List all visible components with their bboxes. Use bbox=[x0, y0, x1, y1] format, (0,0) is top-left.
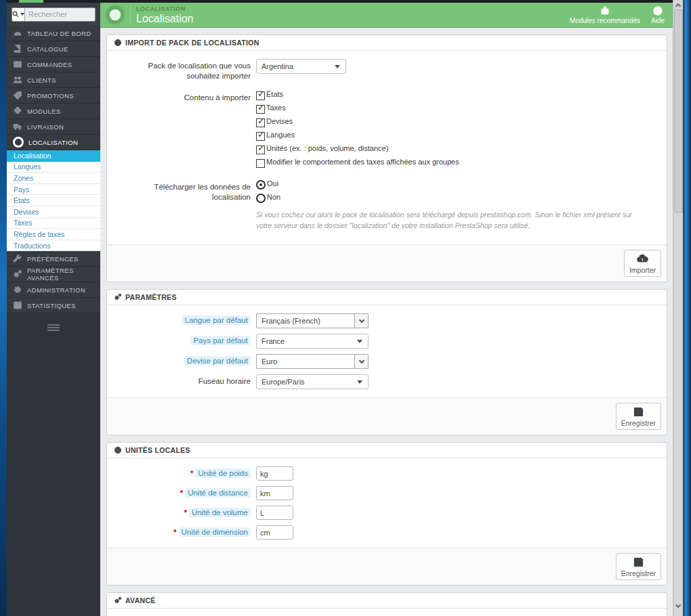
desktop-background-left bbox=[0, 0, 7, 616]
sidebar-item-modules[interactable]: MODULES bbox=[7, 104, 100, 119]
menu-collapse-icon[interactable] bbox=[47, 324, 60, 332]
submenu-item-zones[interactable]: Zones bbox=[7, 173, 100, 184]
gears-icon bbox=[13, 269, 22, 279]
submenu-item-traductions[interactable]: Traductions bbox=[7, 240, 100, 252]
search-scope-button[interactable] bbox=[12, 8, 25, 21]
enregistrer-parametres-button[interactable]: Enregistrer bbox=[616, 403, 661, 430]
submenu-item-taxes[interactable]: Taxes bbox=[7, 218, 100, 229]
chevron-down-icon bbox=[357, 380, 362, 384]
sidebar-item-administration[interactable]: ADMINISTRATION bbox=[7, 282, 100, 298]
pack-select[interactable]: Argentina bbox=[256, 59, 346, 74]
cloud-upload-icon bbox=[637, 253, 648, 265]
scrollbar-thumb[interactable] bbox=[674, 9, 683, 213]
puzzle-icon bbox=[13, 106, 22, 116]
window-scrollbar[interactable] bbox=[673, 0, 683, 616]
checkbox-row: Devises bbox=[256, 118, 660, 127]
radio-non[interactable] bbox=[256, 194, 266, 203]
panel-unites-locales: UNITÉS LOCALES *Unité de poids *Unité de… bbox=[106, 442, 667, 586]
sidebar: TABLEAU DE BORD CATALOGUE COMMANDES CLIE… bbox=[7, 3, 100, 616]
screen: TABLEAU DE BORD CATALOGUE COMMANDES CLIE… bbox=[0, 0, 691, 616]
chevron-down-icon bbox=[354, 355, 368, 368]
gears-icon bbox=[114, 293, 122, 301]
checkbox-unites[interactable] bbox=[256, 146, 265, 154]
checkbox-devises[interactable] bbox=[256, 118, 265, 127]
checkbox-row: Langues bbox=[256, 131, 660, 141]
modules-recommandes-button[interactable]: Modules recommandés bbox=[570, 5, 640, 24]
panel-import-pack: IMPORT DE PACK DE LOCALISATION Pack de l… bbox=[106, 35, 667, 282]
truck-icon bbox=[13, 122, 22, 131]
save-icon bbox=[633, 556, 644, 568]
search-input[interactable] bbox=[25, 8, 96, 21]
pays-defaut-label: Pays par défaut bbox=[190, 336, 251, 345]
required-marker: * bbox=[180, 489, 183, 497]
sidebar-item-statistiques[interactable]: STATISTIQUES bbox=[7, 298, 100, 313]
langue-defaut-select[interactable]: Français (French) bbox=[256, 313, 369, 328]
importer-button[interactable]: Importer bbox=[624, 250, 661, 277]
sidebar-item-parametres-avances[interactable]: PARAMÈTRES AVANCÉS bbox=[7, 267, 100, 282]
sidebar-item-commandes[interactable]: COMMANDES bbox=[7, 57, 100, 72]
sidebar-item-livraison[interactable]: LIVRAISON bbox=[7, 119, 100, 135]
checkbox-comportement-taxes[interactable] bbox=[256, 159, 265, 168]
search-bar bbox=[7, 3, 100, 26]
tab-accent bbox=[19, 0, 43, 3]
download-label: Télécharger les données de localisation bbox=[114, 180, 256, 233]
panel-parametres: PARAMÈTRES Langue par défaut Français (F… bbox=[106, 289, 667, 435]
checkbox-row: Unités (ex. : poids, volume, distance) bbox=[256, 145, 660, 154]
sidebar-item-tableau-de-bord[interactable]: TABLEAU DE BORD bbox=[7, 26, 100, 41]
gear-icon bbox=[13, 285, 22, 294]
submenu-item-devises[interactable]: Devises bbox=[7, 206, 100, 218]
page-content: IMPORT DE PACK DE LOCALISATION Pack de l… bbox=[100, 28, 673, 616]
unite-volume-label: Unité de volume bbox=[189, 508, 251, 517]
devise-defaut-select[interactable]: Euro bbox=[256, 354, 369, 369]
checkbox-row: Taxes bbox=[256, 104, 660, 114]
admin-app: TABLEAU DE BORD CATALOGUE COMMANDES CLIE… bbox=[7, 0, 673, 616]
search-icon bbox=[12, 11, 19, 18]
submenu-item-etats[interactable]: États bbox=[7, 195, 100, 206]
radio-oui[interactable] bbox=[256, 180, 266, 190]
required-marker: * bbox=[173, 528, 176, 536]
required-marker: * bbox=[184, 508, 186, 516]
users-icon bbox=[13, 75, 22, 85]
panel-avance-header: AVANCÉ bbox=[107, 593, 667, 609]
submenu-item-localisation[interactable]: Localisation bbox=[7, 150, 100, 162]
pays-defaut-select[interactable]: France bbox=[256, 334, 369, 349]
scroll-up-icon[interactable] bbox=[676, 3, 681, 7]
chevron-down-icon bbox=[335, 65, 340, 68]
globe-icon bbox=[114, 446, 122, 454]
sidebar-item-promotions[interactable]: PROMOTIONS bbox=[7, 88, 100, 104]
book-icon bbox=[13, 44, 22, 53]
devise-defaut-label: Devise par défaut bbox=[184, 356, 251, 366]
chevron-down-icon bbox=[20, 13, 24, 16]
tag-icon bbox=[13, 91, 22, 100]
sidebar-item-localisation[interactable]: LOCALISATION bbox=[7, 135, 100, 150]
submenu-item-langues[interactable]: Langues bbox=[7, 162, 100, 173]
breadcrumb: LOCALISATION bbox=[136, 5, 194, 12]
submenu-item-regles-de-taxes[interactable]: Règles de taxes bbox=[7, 229, 100, 240]
gears-icon bbox=[114, 596, 122, 604]
unite-poids-label: Unité de poids bbox=[195, 468, 251, 478]
globe-icon bbox=[106, 5, 125, 24]
unite-volume-input[interactable] bbox=[256, 506, 293, 520]
desktop-background-right bbox=[683, 0, 691, 616]
puzzle-icon bbox=[600, 5, 610, 16]
sidebar-item-preferences[interactable]: PRÉFÉRENCES bbox=[7, 251, 100, 267]
unite-distance-input[interactable] bbox=[256, 486, 293, 500]
aide-button[interactable]: Aide bbox=[651, 5, 665, 24]
checkbox-row: États bbox=[256, 91, 660, 100]
fuseau-horaire-select[interactable]: Europe/Paris bbox=[256, 374, 369, 389]
download-help-text: Si vous cochez oui alors le pack de loca… bbox=[256, 210, 635, 232]
pack-label: Pack de localisation que vous souhaitez … bbox=[114, 59, 256, 81]
unite-poids-input[interactable] bbox=[256, 466, 293, 481]
submenu-item-pays[interactable]: Pays bbox=[7, 184, 100, 196]
unite-dimension-input[interactable] bbox=[256, 525, 293, 540]
sidebar-item-clients[interactable]: CLIENTS bbox=[7, 72, 100, 88]
checkbox-taxes[interactable] bbox=[256, 105, 265, 114]
sidebar-item-catalogue[interactable]: CATALOGUE bbox=[7, 41, 100, 57]
checkbox-langues[interactable] bbox=[256, 132, 265, 141]
checkbox-etats[interactable] bbox=[256, 91, 265, 100]
scroll-down-icon[interactable] bbox=[676, 603, 681, 608]
globe-icon bbox=[13, 137, 24, 148]
wrench-icon bbox=[13, 254, 22, 263]
unite-dimension-label: Unité de dimension bbox=[179, 527, 251, 537]
enregistrer-unites-button[interactable]: Enregistrer bbox=[616, 553, 661, 580]
